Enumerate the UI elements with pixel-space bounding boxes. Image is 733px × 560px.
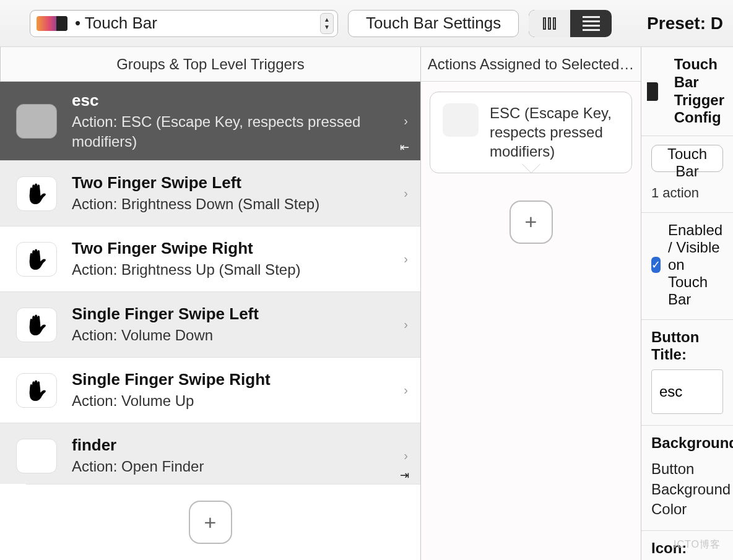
button-title-label: Button Title: bbox=[651, 329, 723, 363]
trigger-action: Action: Volume Up bbox=[72, 391, 400, 411]
add-trigger-button[interactable]: + bbox=[189, 501, 232, 544]
config-column: Touch Bar Trigger Config Touch Bar 1 act… bbox=[641, 47, 733, 560]
enabled-label: Enabled / Visible on Touch Bar bbox=[668, 222, 723, 308]
touchbar-settings-button[interactable]: Touch Bar Settings bbox=[348, 10, 519, 37]
chevron-right-icon: › bbox=[404, 449, 408, 463]
config-header: Touch Bar Trigger Config bbox=[641, 47, 733, 136]
toolbar: • Touch Bar ▲ ▼ Touch Bar Settings Prese… bbox=[0, 0, 733, 47]
trigger-title: esc bbox=[72, 90, 400, 111]
trigger-title: Two Finger Swipe Left bbox=[72, 173, 400, 193]
button-title-block: Button Title: bbox=[641, 320, 733, 426]
trigger-title: finder bbox=[72, 435, 400, 455]
scope-label: • Touch Bar bbox=[75, 14, 157, 33]
checkbox-checked-icon: ✓ bbox=[651, 257, 661, 273]
background-label: Background bbox=[651, 434, 723, 452]
chevron-right-icon: › bbox=[404, 252, 408, 266]
button-icon bbox=[16, 104, 57, 139]
trigger-title: Single Finger Swipe Left bbox=[72, 304, 400, 324]
chevron-right-icon: › bbox=[404, 383, 408, 397]
preset-label: Preset: D bbox=[647, 14, 723, 33]
watermark: ICTO博客 bbox=[674, 538, 721, 551]
trigger-title: Two Finger Swipe Right bbox=[72, 238, 400, 259]
config-title: Touch Bar Trigger Config bbox=[674, 56, 724, 127]
trigger-action: Action: Brightness Down (Small Step) bbox=[72, 194, 400, 214]
trigger-row[interactable]: ✋Single Finger Swipe LeftAction: Volume … bbox=[0, 292, 420, 358]
content: Groups & Top Level Triggers escAction: E… bbox=[0, 47, 733, 560]
actions-header: Actions Assigned to Selected… bbox=[421, 47, 641, 82]
add-action-area: + bbox=[421, 173, 641, 260]
view-list-button[interactable] bbox=[570, 10, 612, 37]
position-marker-icon: ⇥ bbox=[400, 468, 409, 482]
trigger-action: Action: Open Finder bbox=[72, 457, 400, 476]
hand-icon: ✋ bbox=[16, 373, 57, 408]
hand-icon: ✋ bbox=[16, 308, 57, 342]
view-columns-button[interactable] bbox=[529, 10, 570, 37]
trigger-title: Single Finger Swipe Right bbox=[72, 369, 400, 390]
touchbar-icon bbox=[650, 82, 658, 101]
trigger-row[interactable]: escAction: ESC (Escape Key, respects pre… bbox=[0, 82, 420, 161]
chevron-right-icon: › bbox=[404, 186, 408, 200]
trigger-row[interactable]: finderAction: Open Finder›⇥ bbox=[0, 423, 420, 484]
chevron-up-icon: ▲ bbox=[324, 17, 330, 23]
add-trigger-area: + bbox=[0, 485, 420, 560]
actions-column: Actions Assigned to Selected… ESC (Escap… bbox=[421, 47, 641, 560]
columns-icon bbox=[543, 17, 556, 30]
background-body: Button Background Color bbox=[651, 459, 723, 519]
triggers-header: Groups & Top Level Triggers bbox=[0, 47, 420, 82]
enabled-checkbox-row[interactable]: ✓ Enabled / Visible on Touch Bar bbox=[651, 222, 723, 308]
scope-dropdown[interactable]: • Touch Bar ▲ ▼ bbox=[30, 10, 338, 37]
stepper-icon[interactable]: ▲ ▼ bbox=[320, 13, 334, 34]
chevron-right-icon: › bbox=[404, 114, 408, 128]
triggers-list: escAction: ESC (Escape Key, respects pre… bbox=[0, 82, 420, 484]
action-text: ESC (Escape Key, respects pressed modifi… bbox=[490, 103, 619, 162]
trigger-row[interactable]: ✋Single Finger Swipe RightAction: Volume… bbox=[0, 358, 420, 423]
touchbar-icon bbox=[37, 16, 67, 31]
config-actions-block: Touch Bar 1 action bbox=[641, 136, 733, 213]
trigger-action: Action: ESC (Escape Key, respects presse… bbox=[72, 112, 400, 152]
trigger-row[interactable]: ✋Two Finger Swipe RightAction: Brightnes… bbox=[0, 226, 420, 292]
list-icon bbox=[583, 16, 600, 31]
touchbar-preview-button[interactable]: Touch Bar bbox=[651, 145, 723, 172]
trigger-row[interactable]: ✋Two Finger Swipe LeftAction: Brightness… bbox=[0, 161, 420, 226]
action-icon bbox=[443, 103, 479, 137]
button-title-input[interactable] bbox=[651, 369, 723, 414]
hand-icon: ✋ bbox=[16, 176, 57, 211]
triggers-column: Groups & Top Level Triggers escAction: E… bbox=[0, 47, 421, 560]
chevron-down-icon: ▼ bbox=[324, 24, 330, 30]
chevron-right-icon: › bbox=[404, 317, 408, 332]
actions-count: 1 action bbox=[651, 185, 723, 201]
background-block: Background Button Background Color bbox=[641, 426, 733, 531]
enabled-block: ✓ Enabled / Visible on Touch Bar bbox=[641, 213, 733, 320]
view-mode-segmented bbox=[529, 10, 612, 37]
hand-icon: ✋ bbox=[16, 242, 57, 277]
trigger-action: Action: Brightness Up (Small Step) bbox=[72, 260, 400, 280]
position-marker-icon: ⇤ bbox=[400, 140, 409, 154]
trigger-action: Action: Volume Down bbox=[72, 325, 400, 345]
add-action-button[interactable]: + bbox=[510, 200, 553, 244]
button-icon bbox=[16, 439, 57, 473]
action-card[interactable]: ESC (Escape Key, respects pressed modifi… bbox=[430, 92, 632, 173]
